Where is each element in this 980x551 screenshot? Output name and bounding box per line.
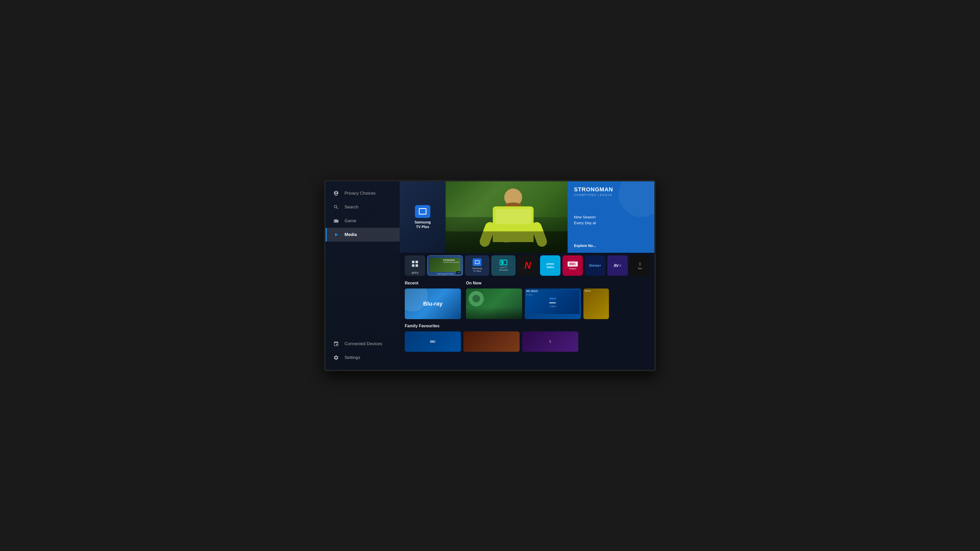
champions-subtitle: CHAMPIONS LEAGUE (574, 194, 648, 197)
explore-now-button[interactable]: Explore No... (574, 244, 648, 248)
kids-show-card[interactable]: NiChu (584, 289, 609, 319)
hero-main-image: ● ● ● (445, 181, 568, 253)
game-icon (333, 218, 339, 224)
content-area: APPS STRONGMANCHAMPIONS LEAGUE Samsung T… (400, 253, 654, 370)
bbc-iplayer-icon: BBC iPlayer (568, 262, 578, 270)
on-now-title: On Now (466, 281, 649, 286)
sidebar-label-search: Search (345, 205, 358, 210)
sidebar-label-media: Media (345, 232, 357, 237)
samsung-logo-icon (415, 205, 430, 218)
blu-ray-card[interactable]: Blu-ray (405, 289, 461, 319)
live-tv-label: Live TVTerrestrial (499, 266, 508, 271)
media-icon (333, 231, 339, 238)
search-icon (333, 204, 339, 210)
hero-samsung-tvplus[interactable]: SamsungTV Plus (400, 181, 445, 253)
fav-card-3[interactable]: 5 (522, 331, 578, 352)
euro-news-card[interactable]: euro news. english WE NEED A CHA... (525, 289, 581, 319)
on-now-content-row: euro news. english WE NEED A CHA... (466, 289, 649, 319)
fav-2-content (463, 331, 520, 352)
fav-bbc-content: BBC (405, 331, 461, 352)
apps-label: APPS (412, 272, 418, 275)
sidebar-label-game: Game (345, 218, 356, 224)
ad-badge: Ad (456, 271, 461, 274)
apps-grid-icon (408, 257, 422, 271)
family-favourites-section: Family Favourites BBC 5 (405, 324, 649, 352)
itvx-tile[interactable]: itv X (608, 256, 628, 276)
strongman-title: STRONGMAN (574, 186, 648, 192)
recent-content-row: Blu-ray (405, 289, 461, 319)
apple-tv-icon:  TV+ (638, 262, 642, 270)
sidebar-item-settings[interactable]: Settings (326, 351, 400, 365)
sidebar-item-connected-devices[interactable]: Connected Devices (326, 337, 400, 351)
recent-title: Recent (405, 281, 461, 286)
fav-card-2[interactable] (463, 331, 520, 352)
live-tv-icon (500, 260, 508, 265)
netflix-tile[interactable]: N (517, 256, 538, 276)
recent-section: Recent Blu-ray (405, 281, 461, 319)
sidebar-label-privacy: Privacy Choices (345, 191, 375, 196)
apps-row: APPS STRONGMANCHAMPIONS LEAGUE Samsung T… (405, 256, 649, 276)
promo-tile[interactable]: STRONGMANCHAMPIONS LEAGUE Samsung TV Plu… (427, 256, 463, 276)
tv-screen: Privacy Choices Search Game (326, 181, 654, 370)
sidebar-label-connected-devices: Connected Devices (345, 341, 382, 346)
sidebar: Privacy Choices Search Game (326, 181, 400, 370)
samsung-tvplus-app-label: SamsungTV Plus (472, 267, 482, 273)
sidebar-item-privacy[interactable]: Privacy Choices (326, 186, 400, 200)
privacy-icon (333, 190, 339, 197)
new-season-text: New Season Every Day at (574, 214, 648, 226)
animated-show-card[interactable] (466, 289, 522, 319)
bbc-iplayer-tile[interactable]: BBC iPlayer (563, 256, 583, 276)
hero-banner: SamsungTV Plus (400, 181, 654, 253)
apple-tv-tile[interactable]:  TV+ (630, 256, 649, 276)
sidebar-item-search[interactable]: Search (326, 200, 400, 214)
apps-tile[interactable]: APPS (405, 256, 425, 276)
blu-ray-text: Blu-ray (423, 300, 442, 307)
tv-frame: Privacy Choices Search Game (324, 180, 656, 371)
sidebar-item-game[interactable]: Game (326, 214, 400, 228)
samsung-tvplus-app[interactable]: SamsungTV Plus (465, 256, 489, 276)
sidebar-label-settings: Settings (345, 355, 360, 360)
strongman-logo: STRONGMAN CHAMPIONS LEAGUE (574, 186, 648, 197)
prime-video-tile[interactable]: primevideo (540, 256, 560, 276)
samsung-tvplus-logo: SamsungTV Plus (414, 205, 431, 229)
family-favourites-title: Family Favourites (405, 324, 649, 328)
itvx-icon: itv X (614, 263, 621, 268)
fav-3-content: 5 (522, 331, 578, 352)
devices-icon (333, 341, 339, 347)
main-content: SamsungTV Plus (400, 181, 654, 370)
disney-plus-tile[interactable]: Disney+ (585, 256, 605, 276)
settings-icon (333, 354, 339, 361)
sidebar-spacer (326, 241, 400, 337)
fav-card-bbc[interactable]: BBC (405, 331, 461, 352)
sidebar-item-media[interactable]: Media (326, 228, 400, 241)
on-now-section: On Now (466, 281, 649, 319)
family-favourites-row: BBC 5 (405, 331, 649, 352)
hero-right-panel[interactable]: STRONGMAN CHAMPIONS LEAGUE New Season Ev… (568, 181, 654, 253)
netflix-icon: N (525, 260, 531, 271)
samsung-tvplus-app-icon (473, 259, 482, 266)
live-tv-tile[interactable]: Live TVTerrestrial (491, 256, 515, 276)
prime-video-icon: primevideo (546, 262, 554, 269)
samsung-tvplus-text: SamsungTV Plus (414, 220, 431, 229)
disney-plus-icon: Disney+ (589, 264, 601, 267)
